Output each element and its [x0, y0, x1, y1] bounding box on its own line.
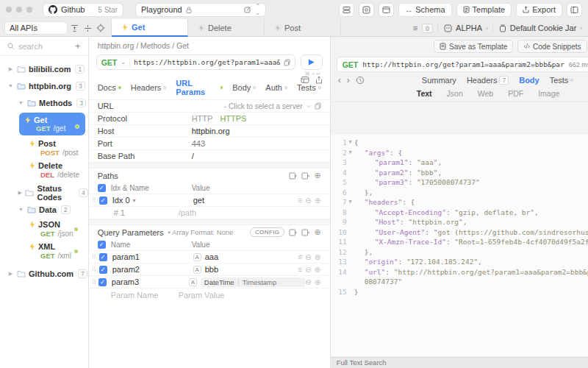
queue-count-badge[interactable]: 0	[422, 24, 433, 33]
minimize-window-button[interactable]	[16, 7, 22, 13]
new-item-button[interactable]: +	[75, 40, 81, 52]
response-tab-body[interactable]: Body	[519, 76, 539, 85]
remove-row-icon[interactable]: ⊖	[305, 277, 312, 286]
add-row-icon[interactable]: ⊕	[314, 171, 320, 180]
tree-folder-bilibili[interactable]: ▶ bilibili.com 1	[0, 60, 88, 77]
drag-handle-icon[interactable]: ⠿	[92, 279, 98, 286]
template-button[interactable]: Template	[456, 3, 512, 17]
save-as-template-button[interactable]: Save as Template	[434, 40, 513, 53]
browser-view-icon[interactable]	[379, 3, 394, 17]
full-text-search-input[interactable]: Full Text Search	[331, 357, 588, 368]
tab-delete[interactable]: Delete	[188, 19, 265, 37]
edit-environment-icon[interactable]	[244, 6, 251, 13]
tab-url-params[interactable]: URL Params	[176, 79, 223, 96]
caret-right-icon[interactable]: ▶	[7, 271, 14, 277]
method-select[interactable]: GET	[101, 58, 118, 67]
add-row-icon[interactable]: ⊕	[314, 227, 320, 237]
tree-folder-github[interactable]: ▶ Github.com 7	[0, 265, 88, 282]
host-input[interactable]: httpbin.org	[192, 127, 230, 135]
more-icon[interactable]: ≡	[298, 252, 302, 261]
copy-icon[interactable]	[284, 59, 290, 66]
drag-handle-icon[interactable]: ⠿	[92, 266, 98, 273]
close-window-button[interactable]	[6, 7, 12, 13]
history-icon[interactable]	[356, 76, 365, 85]
param-row[interactable]: ⠿ ✓ param3 A DateTime Timestamp ⊖ ⊕	[89, 276, 330, 289]
search-bar[interactable]: search +	[0, 37, 88, 56]
environment-select[interactable]: ALPHA ‹	[437, 24, 488, 32]
environment-bar[interactable]: Playground ⌃⌄	[135, 3, 266, 17]
tab-body[interactable]: Body	[232, 83, 256, 92]
toggle-panel-icon[interactable]	[567, 3, 582, 17]
param-placeholder-row[interactable]: Param Name Param Value	[89, 289, 330, 301]
port-input[interactable]: 443	[192, 139, 205, 148]
type-string-icon[interactable]: A	[193, 253, 201, 261]
tree-request-get[interactable]: Get GET /get	[19, 113, 85, 135]
param-value-input[interactable]: bbb	[205, 265, 218, 274]
components-view-icon[interactable]	[359, 3, 374, 17]
base-path-input[interactable]: /	[192, 152, 194, 160]
request-url-input[interactable]: https://httpbin.org/get?param1=aaa&param…	[134, 58, 280, 66]
drag-handle-icon[interactable]: ⠿	[92, 254, 98, 261]
history-next-icon[interactable]: ›	[347, 75, 350, 85]
drag-handle-icon[interactable]: ⠿	[92, 197, 98, 204]
path-value-input[interactable]: get	[193, 196, 204, 205]
insert-row-icon[interactable]: ⊕	[315, 277, 321, 286]
more-icon[interactable]: ≡	[298, 265, 302, 274]
bulk-edit-icon[interactable]	[289, 172, 297, 180]
tab-auth[interactable]: Auth	[265, 83, 287, 92]
tab-docs[interactable]: Docs	[98, 83, 121, 92]
row-checkbox[interactable]: ✓	[98, 278, 107, 286]
insert-row-icon[interactable]: ⊕	[315, 265, 321, 274]
remove-row-icon[interactable]: ⊖	[305, 265, 312, 274]
collection-filter-select[interactable]: All APIs	[4, 21, 68, 35]
response-tab-summary[interactable]: Summary	[422, 76, 456, 85]
response-url-bar[interactable]: GET http://httpbin.org/get?param1=aaa&pa…	[337, 57, 588, 72]
tree-folder-methods[interactable]: ▼ Methods 3	[0, 94, 88, 111]
remove-row-icon[interactable]: ⊖	[305, 196, 312, 205]
tree-request-json[interactable]: JSON GET /json	[29, 218, 88, 240]
response-tab-tests[interactable]: Tests	[550, 76, 574, 85]
add-column-icon[interactable]	[301, 172, 309, 180]
collapse-all-icon[interactable]	[84, 24, 94, 32]
view-tab-json[interactable]: Json	[447, 89, 463, 98]
param-row[interactable]: ⠿ ✓ param1 A aaa ≡ ⊖ ⊕	[89, 251, 330, 263]
share-icon[interactable]	[315, 76, 323, 84]
view-tab-web[interactable]: Web	[478, 89, 493, 98]
maximize-window-button[interactable]	[26, 7, 32, 13]
view-tab-pdf[interactable]: PDF	[508, 89, 523, 98]
tab-tests[interactable]: Tests	[297, 83, 321, 92]
config-button[interactable]: CONFIG	[250, 227, 285, 237]
schema-button[interactable]: ↔ Schema	[398, 3, 451, 17]
environment-switch-icon[interactable]: ⌃⌄	[255, 3, 260, 16]
tree-request-delete[interactable]: Delete DEL /delete	[29, 159, 88, 181]
copy-icon[interactable]	[315, 102, 321, 110]
type-string-icon[interactable]: A	[189, 278, 197, 286]
protocol-http-option[interactable]: HTTP	[192, 114, 213, 123]
caret-down-icon[interactable]: ▼	[18, 207, 24, 212]
tab-get[interactable]: Get	[112, 19, 188, 37]
export-button[interactable]: Export	[516, 3, 562, 17]
param-name-input[interactable]: param3	[112, 277, 189, 286]
request-url-bar[interactable]: GET ⌄ https://httpbin.org/get?param1=aaa…	[96, 54, 295, 70]
tab-post[interactable]: Post	[265, 19, 341, 37]
insert-row-icon[interactable]: ⊕	[315, 252, 321, 261]
insert-row-icon[interactable]: ⊕	[315, 196, 321, 205]
tab-headers[interactable]: Headers	[131, 83, 167, 92]
more-icon[interactable]: ≡	[298, 196, 302, 205]
param-row[interactable]: ⠿ ✓ param2 A bbb ≡ ⊖ ⊕	[89, 263, 330, 276]
caret-down-icon[interactable]: ▼	[18, 100, 24, 105]
view-tab-image[interactable]: Image	[538, 89, 559, 98]
tree-folder-status-codes[interactable]: ▶ Status Codes 4	[0, 184, 88, 201]
view-tab-text[interactable]: Text	[417, 89, 432, 98]
caret-down-icon[interactable]: ▼	[7, 83, 14, 88]
caret-right-icon[interactable]: ▶	[18, 190, 22, 196]
protocol-https-option[interactable]: HTTPS	[220, 114, 246, 123]
add-column-icon[interactable]	[301, 229, 309, 236]
param-value-input[interactable]: aaa	[205, 252, 218, 261]
param-name-input[interactable]: param1	[112, 252, 193, 261]
path-placeholder[interactable]: /path	[179, 208, 196, 217]
tree-folder-httpbin[interactable]: ▼ httpbin.org 3	[0, 77, 88, 94]
cookie-jar-select[interactable]: Default Cookie Jar ›	[492, 24, 582, 32]
send-button[interactable]	[301, 54, 323, 70]
path-sub-row[interactable]: # 1 /path	[89, 207, 330, 219]
